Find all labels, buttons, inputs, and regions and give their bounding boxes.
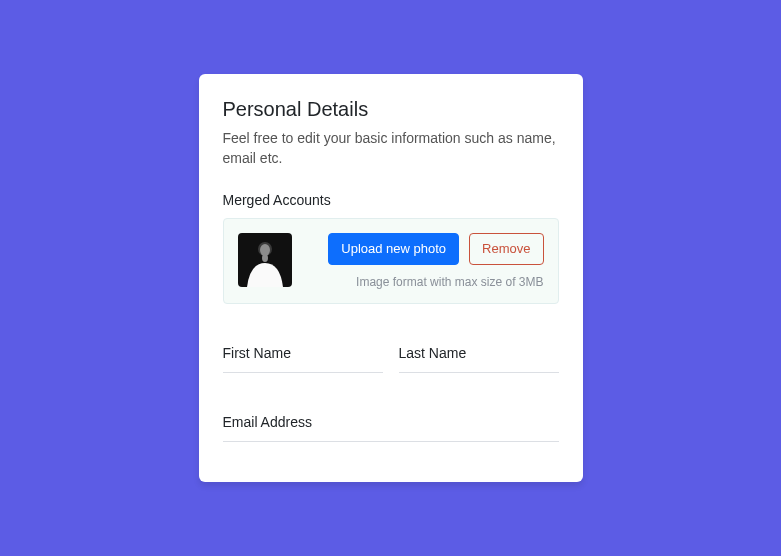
name-fields-row: First Name Last Name xyxy=(223,344,559,373)
avatar xyxy=(238,233,292,287)
photo-upload-box: Upload new photo Remove Image format wit… xyxy=(223,218,559,304)
upload-photo-button[interactable]: Upload new photo xyxy=(328,233,459,265)
svg-point-3 xyxy=(262,254,268,262)
last-name-field[interactable]: Last Name xyxy=(399,344,559,373)
personal-details-card: Personal Details Feel free to edit your … xyxy=(199,74,583,482)
upload-hint: Image format with max size of 3MB xyxy=(356,275,543,289)
avatar-icon xyxy=(238,233,292,287)
last-name-label: Last Name xyxy=(399,345,467,361)
first-name-label: First Name xyxy=(223,345,291,361)
page-title: Personal Details xyxy=(223,98,559,121)
remove-photo-button[interactable]: Remove xyxy=(469,233,543,265)
page-subtitle: Feel free to edit your basic information… xyxy=(223,129,559,168)
button-row: Upload new photo Remove xyxy=(328,233,543,265)
email-label: Email Address xyxy=(223,414,312,430)
upload-controls: Upload new photo Remove Image format wit… xyxy=(306,233,544,289)
first-name-field[interactable]: First Name xyxy=(223,344,383,373)
photo-section-label: Merged Accounts xyxy=(223,192,559,208)
email-field[interactable]: Email Address xyxy=(223,413,559,442)
